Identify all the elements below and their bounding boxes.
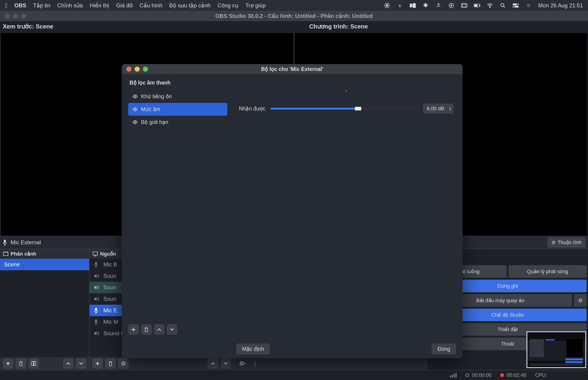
svg-point-15: [513, 6, 515, 7]
scene-filter-button[interactable]: [28, 358, 39, 369]
dialog-traffic-lights[interactable]: [126, 67, 148, 72]
mixer-menu-button[interactable]: ⋮: [250, 358, 260, 369]
source-item-label: Mic E: [103, 307, 117, 314]
gear-icon: ⚙: [551, 240, 556, 245]
battery-icon[interactable]: [474, 2, 480, 9]
sources-dock-title: Nguồn: [100, 251, 116, 257]
menu-help[interactable]: Trợ giúp: [245, 2, 266, 9]
dialog-titlebar: Bộ lọc cho 'Mic External': [122, 64, 463, 74]
scenes-dock-title: Phân cảnh: [11, 251, 36, 257]
svg-rect-21: [32, 361, 34, 365]
filter-down-button[interactable]: [167, 324, 177, 335]
speaker-icon: [94, 273, 100, 279]
control-center-icon[interactable]: [512, 2, 519, 9]
remove-filter-button[interactable]: [141, 324, 152, 335]
svg-rect-25: [95, 308, 97, 311]
remove-source-button[interactable]: [105, 358, 116, 369]
playback-icon[interactable]: [448, 2, 454, 9]
visibility-toggle-icon[interactable]: [132, 119, 138, 125]
signal-bars-icon: [450, 373, 457, 378]
macos-menubar:  OBS Tập tin Chỉnh sửa Hiển thị Giá đỡ …: [0, 0, 588, 11]
svg-rect-3: [413, 3, 416, 8]
scene-up-button[interactable]: [63, 358, 74, 369]
manage-broadcast-button[interactable]: Quản lý phát sóng: [509, 265, 587, 278]
filters-dialog: Bộ lọc cho 'Mic External' Bộ lọc âm than…: [122, 64, 463, 358]
speaker-icon: [94, 331, 100, 336]
menu-view[interactable]: Hiển thị: [90, 2, 109, 9]
menu-profile[interactable]: Cấu hình: [140, 2, 162, 9]
slider-thumb[interactable]: [355, 107, 361, 111]
airdrop-icon[interactable]: [435, 2, 442, 9]
menu-scenecollection[interactable]: Bộ sưu tập cảnh: [169, 2, 211, 9]
display-arrangement-icon[interactable]: [410, 2, 416, 9]
window-traffic-lights[interactable]: [5, 14, 26, 19]
microphone-icon: [94, 308, 100, 313]
gain-label: Nhận được: [239, 106, 266, 112]
spotlight-icon[interactable]: [500, 2, 506, 9]
speaker-icon: [94, 296, 100, 302]
filter-item[interactable]: Bộ giới hạn: [128, 116, 227, 129]
context-source-name: Mic External: [11, 239, 41, 246]
multiview-thumbnail[interactable]: [527, 331, 586, 368]
speaker-icon: [94, 285, 100, 290]
svg-rect-2: [410, 4, 412, 7]
virtualcam-settings-button[interactable]: ⚙: [574, 294, 587, 307]
stream-indicator-icon: [465, 373, 469, 377]
visibility-toggle-icon[interactable]: [132, 107, 138, 112]
menu-extra-v-icon[interactable]: ν: [397, 2, 403, 9]
svg-point-13: [517, 4, 518, 5]
gain-spinbox[interactable]: 6,00 dB ▲▼: [423, 104, 453, 114]
add-scene-button[interactable]: [3, 358, 13, 369]
add-source-button[interactable]: [92, 358, 103, 369]
stream-time-segment: 00:00:00: [465, 372, 491, 378]
menu-file[interactable]: Tập tin: [33, 2, 50, 9]
menu-edit[interactable]: Chỉnh sửa: [57, 2, 83, 9]
obs-tray-icon[interactable]: [384, 2, 390, 9]
source-down-button[interactable]: [220, 358, 231, 369]
app-menu[interactable]: OBS: [14, 2, 26, 9]
cpu-label: CPU:: [535, 372, 547, 378]
audio-filters-heading: Bộ lọc âm thanh: [128, 80, 227, 86]
filter-item[interactable]: Mức âm: [128, 103, 227, 116]
defaults-button[interactable]: Mặc định: [236, 343, 270, 355]
bluetooth-icon[interactable]: ✱: [422, 2, 429, 9]
menu-tools[interactable]: Công cụ: [217, 2, 238, 9]
source-item-label: Mic M: [103, 319, 118, 325]
mixer-advanced-button[interactable]: ⚙▾: [237, 358, 248, 369]
source-item-label: Soun: [103, 284, 116, 291]
cpu-usage: CPU:: [535, 372, 547, 378]
visibility-toggle-icon[interactable]: [132, 94, 138, 99]
record-time-segment: 00:02:48: [500, 372, 527, 378]
svg-point-31: [134, 109, 136, 110]
source-properties-button[interactable]: ⚙: [118, 358, 129, 369]
status-bar: 00:00:00 00:02:48 CPU:: [0, 370, 588, 380]
svg-rect-24: [95, 262, 97, 265]
svg-point-16: [526, 3, 531, 8]
siri-icon[interactable]: [525, 2, 532, 9]
add-filter-button[interactable]: [128, 324, 139, 335]
svg-point-10: [490, 7, 490, 8]
properties-button[interactable]: ⚙ Thuộc tính: [547, 237, 586, 248]
window-title: OBS Studio 30.0.2 - Cấu hình: Untitled -…: [216, 13, 373, 19]
apple-menu[interactable]: : [5, 2, 7, 9]
filter-up-button[interactable]: [154, 324, 164, 335]
remove-scene-button[interactable]: [16, 358, 26, 369]
svg-rect-6: [462, 4, 466, 7]
spinbox-arrows-icon[interactable]: ▲▼: [449, 106, 451, 111]
network-status: [450, 373, 457, 378]
menubar-clock[interactable]: Mon 26 Aug 21:51: [538, 2, 583, 9]
menu-docks[interactable]: Giá đỡ: [116, 2, 133, 9]
filter-item[interactable]: Khử tiếng ồn: [128, 90, 227, 103]
drag-handle-icon[interactable]: [345, 90, 347, 92]
scene-item[interactable]: Scene: [0, 259, 89, 270]
source-up-button[interactable]: [208, 358, 218, 369]
window-titlebar: OBS Studio 30.0.2 - Cấu hình: Untitled -…: [0, 11, 588, 21]
gain-slider[interactable]: [271, 108, 419, 110]
wifi-icon[interactable]: [487, 2, 493, 9]
svg-rect-22: [34, 361, 36, 365]
scenes-dock-icon: [3, 252, 8, 256]
stage-manager-icon[interactable]: [461, 2, 468, 9]
microphone-icon: [94, 262, 100, 267]
close-button[interactable]: Đóng: [431, 343, 456, 355]
scene-down-button[interactable]: [76, 358, 86, 369]
